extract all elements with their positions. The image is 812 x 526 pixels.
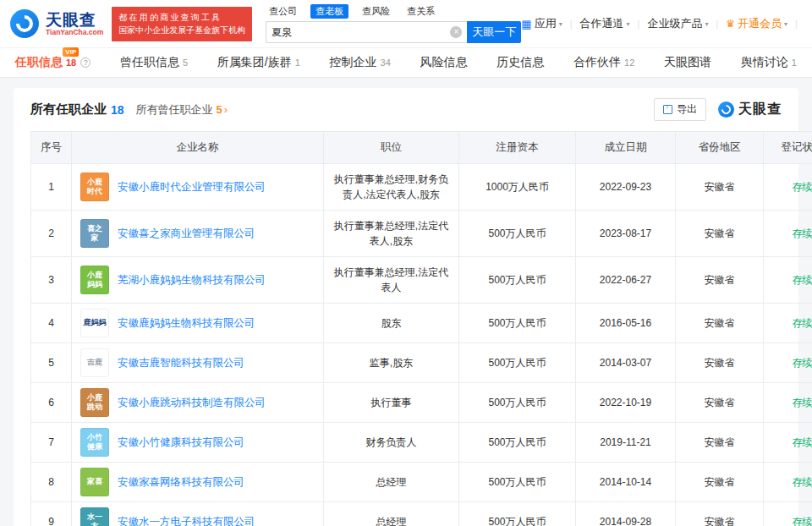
company-logo: 小鹿 妈妈 — [80, 266, 109, 294]
company-link[interactable]: 芜湖小鹿妈妈生物科技有限公司 — [118, 273, 266, 288]
cell-capital: 500万人民币 — [459, 211, 576, 257]
col-province: 省份地区 — [676, 132, 764, 164]
search-tab-company[interactable]: 查公司 — [266, 4, 300, 19]
tab-sentiment[interactable]: 舆情讨论 1 — [741, 55, 797, 70]
cell-position: 执行董事兼总经理,财务负责人,法定代表人,股东 — [324, 164, 459, 211]
nav-app[interactable]: ▦ 应用 ▾ — [521, 16, 562, 31]
col-capital: 注册资本 — [459, 132, 576, 164]
tab-past-employment[interactable]: 曾任职信息 5 — [120, 55, 188, 70]
nav-vip-label: 开通会员 — [738, 16, 782, 31]
cell-index: 9 — [31, 502, 72, 526]
cell-capital: 500万人民币 — [459, 257, 576, 304]
card-header: 所有任职企业 18 所有曾任职企业 5 › 导出 天眼查 — [30, 98, 782, 121]
search-input[interactable] — [272, 26, 450, 38]
cell-capital: 500万人民币 — [459, 383, 576, 423]
company-link[interactable]: 安徽小鹿时代企业管理有限公司 — [118, 180, 266, 195]
company-link[interactable]: 安徽小竹健康科技有限公司 — [118, 436, 244, 450]
company-link[interactable]: 安徽家喜网络科技有限公司 — [118, 475, 244, 490]
help-icon[interactable]: ? — [80, 58, 91, 68]
cell-status: 存续 — [764, 257, 812, 304]
table-row: 2 喜之 家 安徽喜之家商业管理有限公司 执行董事兼总经理,法定代表人,股东 5… — [31, 211, 812, 257]
col-position: 职位 — [324, 132, 459, 164]
search-tab-boss[interactable]: 查老板 — [310, 4, 348, 19]
tianyancha-logo-icon — [10, 9, 39, 38]
tab-graph[interactable]: 天眼图谱 — [664, 55, 711, 70]
top-nav: ▦ 应用 ▾ | 合作通道 ▾ | 企业级产品 ▾ | ♛ 开通会员 ▾ | 超 — [521, 16, 802, 31]
export-icon — [663, 105, 672, 114]
table-header-row: 序号 企业名称 职位 注册资本 成立日期 省份地区 登记状态 — [31, 132, 812, 164]
tab-label: 任职信息 — [15, 55, 63, 70]
cell-capital: 500万人民币 — [459, 423, 576, 463]
cell-status: 存续 — [764, 502, 812, 526]
crown-icon: ♛ — [726, 18, 735, 30]
cell-status: 存续 — [764, 211, 812, 257]
tab-controlled-companies[interactable]: 控制企业 34 — [330, 55, 391, 70]
status-badge: 存续 — [793, 397, 812, 408]
search-tab-risk[interactable]: 查风险 — [359, 4, 393, 19]
cell-province: 安徽省 — [676, 257, 764, 304]
cell-status: 存续 — [764, 463, 812, 502]
tab-label: 合作伙伴 — [573, 55, 621, 70]
cell-position: 总经理 — [324, 502, 459, 526]
tab-risk-info[interactable]: 风险信息 — [420, 55, 468, 70]
grid-icon: ▦ — [521, 18, 531, 30]
nav-open-vip[interactable]: ♛ 开通会员 ▾ — [726, 16, 787, 31]
tab-count: 1 — [295, 58, 300, 68]
search-button[interactable]: 天眼一下 — [467, 21, 521, 43]
cell-position: 执行董事兼总经理,法定代表人,股东 — [324, 211, 459, 257]
nav-app-label: 应用 — [535, 16, 557, 31]
panel-title-count: 18 — [111, 103, 124, 117]
past-employment-link[interactable]: 所有曾任职企业 — [136, 102, 213, 118]
status-badge: 存续 — [793, 357, 812, 369]
cell-date: 2014-03-07 — [576, 343, 676, 383]
cell-province: 安徽省 — [676, 164, 764, 211]
company-link[interactable]: 安徽喜之家商业管理有限公司 — [118, 227, 255, 241]
tab-count: 1 — [792, 58, 797, 68]
slogan-badge: 都在用的商业查询工具 国家中小企业发展子基金旗下机构 — [112, 7, 252, 41]
top-header: 天眼查 TianYanCha.com 都在用的商业查询工具 国家中小企业发展子基… — [0, 0, 812, 47]
cell-status: 存续 — [764, 383, 812, 423]
company-logo: 鹿妈妈 — [80, 309, 109, 337]
tianyancha-logo[interactable]: 天眼查 TianYanCha.com — [10, 9, 103, 38]
tianyancha-watermark: 天眼查 — [718, 101, 782, 118]
company-link[interactable]: 安徽水一方电子科技有限公司 — [118, 515, 255, 526]
nav-separator: | — [795, 19, 798, 29]
col-date: 成立日期 — [576, 132, 676, 164]
chevron-down-icon: ▾ — [627, 20, 630, 28]
tab-count: 18 — [66, 58, 76, 68]
cell-position: 执行董事 — [324, 383, 459, 423]
search-tab-relation[interactable]: 查关系 — [403, 4, 438, 19]
nav-enterprise-products[interactable]: 企业级产品 ▾ — [647, 16, 708, 31]
tab-history-info[interactable]: 历史信息 — [497, 55, 544, 70]
company-link[interactable]: 安徽小鹿跳动科技制造有限公司 — [118, 396, 266, 410]
arrow-right-icon[interactable]: › — [224, 103, 228, 116]
nav-separator: | — [716, 19, 718, 29]
table-row: 6 小鹿 跳动 安徽小鹿跳动科技制造有限公司 执行董事 500万人民币 2022… — [31, 383, 812, 423]
table-row: 7 小竹 健康 安徽小竹健康科技有限公司 财务负责人 500万人民币 2019-… — [31, 423, 812, 463]
export-button[interactable]: 导出 — [654, 98, 706, 121]
panel-title: 所有任职企业 — [30, 101, 107, 118]
company-link[interactable]: 安徽鹿妈妈生物科技有限公司 — [118, 316, 255, 331]
chevron-down-icon: ▾ — [559, 20, 562, 28]
cell-date: 2022-09-23 — [576, 164, 676, 211]
tab-partners[interactable]: 合作伙伴 12 — [573, 55, 634, 70]
status-badge: 存续 — [793, 227, 812, 239]
company-logo: 喜之 家 — [80, 219, 109, 248]
table-row: 9 水一 方 安徽水一方电子科技有限公司 总经理 500万人民币 2014-09… — [31, 502, 812, 526]
past-employment-count[interactable]: 5 — [217, 103, 222, 116]
tab-label: 历史信息 — [497, 55, 544, 70]
clear-icon[interactable]: × — [450, 26, 462, 38]
cell-position: 监事,股东 — [324, 343, 459, 383]
status-badge: 存续 — [793, 476, 812, 488]
status-badge: 存续 — [793, 181, 812, 193]
company-link[interactable]: 安徽吉鹿智能科技有限公司 — [118, 356, 244, 370]
cell-date: 2016-05-16 — [576, 304, 676, 343]
tab-employment[interactable]: VIP 任职信息 18 ? — [15, 55, 91, 70]
nav-cooperation[interactable]: 合作通道 ▾ — [580, 16, 630, 31]
cell-date: 2014-09-28 — [576, 502, 676, 526]
cell-position: 股东 — [324, 304, 459, 343]
page: 天眼查 TianYanCha.com 都在用的商业查询工具 国家中小企业发展子基… — [0, 0, 812, 526]
tab-group-cluster[interactable]: 所属集团/族群 1 — [217, 55, 300, 70]
employment-table: 序号 企业名称 职位 注册资本 成立日期 省份地区 登记状态 1 小鹿 时代 安… — [30, 131, 812, 526]
tab-label: 控制企业 — [330, 55, 377, 70]
